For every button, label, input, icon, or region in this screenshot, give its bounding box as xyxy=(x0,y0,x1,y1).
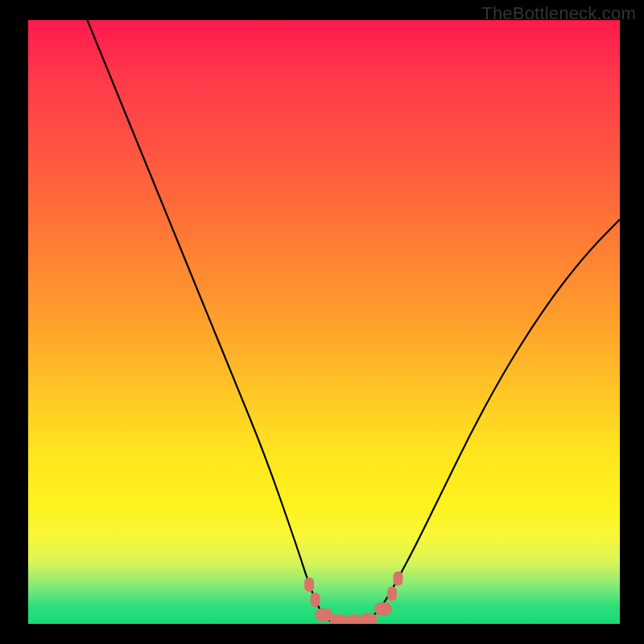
curve-marker xyxy=(374,602,392,615)
chart-frame: TheBottleneck.com xyxy=(0,0,644,644)
marker-group xyxy=(304,572,402,624)
plot-area xyxy=(28,20,620,624)
curve-marker xyxy=(387,587,397,601)
bottleneck-curve-svg xyxy=(28,20,620,624)
watermark-text: TheBottleneck.com xyxy=(481,3,636,24)
curve-marker xyxy=(311,592,320,607)
curve-marker xyxy=(360,613,378,624)
curve-marker xyxy=(393,572,402,586)
curve-path xyxy=(88,20,621,624)
curve-marker xyxy=(304,577,314,592)
